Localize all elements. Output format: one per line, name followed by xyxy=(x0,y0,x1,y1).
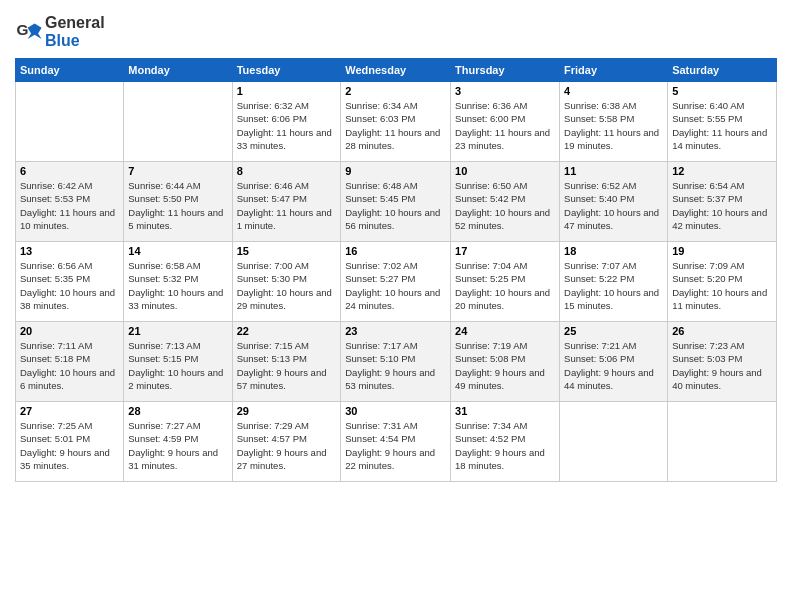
day-info: Sunrise: 7:23 AM Sunset: 5:03 PM Dayligh… xyxy=(672,339,772,392)
calendar-cell: 4Sunrise: 6:38 AM Sunset: 5:58 PM Daylig… xyxy=(560,82,668,162)
calendar-cell xyxy=(668,402,777,482)
calendar-table: SundayMondayTuesdayWednesdayThursdayFrid… xyxy=(15,58,777,482)
day-header-saturday: Saturday xyxy=(668,59,777,82)
calendar-cell: 5Sunrise: 6:40 AM Sunset: 5:55 PM Daylig… xyxy=(668,82,777,162)
calendar-cell: 10Sunrise: 6:50 AM Sunset: 5:42 PM Dayli… xyxy=(451,162,560,242)
day-number: 17 xyxy=(455,245,555,257)
week-row-2: 6Sunrise: 6:42 AM Sunset: 5:53 PM Daylig… xyxy=(16,162,777,242)
day-header-tuesday: Tuesday xyxy=(232,59,341,82)
logo: G General Blue xyxy=(15,14,105,50)
day-number: 12 xyxy=(672,165,772,177)
calendar-cell: 22Sunrise: 7:15 AM Sunset: 5:13 PM Dayli… xyxy=(232,322,341,402)
week-row-3: 13Sunrise: 6:56 AM Sunset: 5:35 PM Dayli… xyxy=(16,242,777,322)
calendar-cell: 14Sunrise: 6:58 AM Sunset: 5:32 PM Dayli… xyxy=(124,242,232,322)
week-row-5: 27Sunrise: 7:25 AM Sunset: 5:01 PM Dayli… xyxy=(16,402,777,482)
day-info: Sunrise: 7:07 AM Sunset: 5:22 PM Dayligh… xyxy=(564,259,663,312)
logo-icon: G xyxy=(15,18,43,46)
day-info: Sunrise: 6:48 AM Sunset: 5:45 PM Dayligh… xyxy=(345,179,446,232)
day-info: Sunrise: 7:09 AM Sunset: 5:20 PM Dayligh… xyxy=(672,259,772,312)
day-info: Sunrise: 7:15 AM Sunset: 5:13 PM Dayligh… xyxy=(237,339,337,392)
day-info: Sunrise: 6:44 AM Sunset: 5:50 PM Dayligh… xyxy=(128,179,227,232)
day-info: Sunrise: 6:36 AM Sunset: 6:00 PM Dayligh… xyxy=(455,99,555,152)
calendar-container: G General Blue SundayMondayTuesdayWednes… xyxy=(0,0,792,492)
day-info: Sunrise: 7:13 AM Sunset: 5:15 PM Dayligh… xyxy=(128,339,227,392)
calendar-cell xyxy=(560,402,668,482)
calendar-cell: 20Sunrise: 7:11 AM Sunset: 5:18 PM Dayli… xyxy=(16,322,124,402)
day-info: Sunrise: 6:46 AM Sunset: 5:47 PM Dayligh… xyxy=(237,179,337,232)
day-number: 21 xyxy=(128,325,227,337)
day-number: 25 xyxy=(564,325,663,337)
day-info: Sunrise: 6:32 AM Sunset: 6:06 PM Dayligh… xyxy=(237,99,337,152)
day-number: 15 xyxy=(237,245,337,257)
calendar-body: 1Sunrise: 6:32 AM Sunset: 6:06 PM Daylig… xyxy=(16,82,777,482)
day-number: 9 xyxy=(345,165,446,177)
day-header-sunday: Sunday xyxy=(16,59,124,82)
day-number: 26 xyxy=(672,325,772,337)
calendar-cell xyxy=(16,82,124,162)
calendar-cell: 24Sunrise: 7:19 AM Sunset: 5:08 PM Dayli… xyxy=(451,322,560,402)
day-number: 28 xyxy=(128,405,227,417)
calendar-cell: 8Sunrise: 6:46 AM Sunset: 5:47 PM Daylig… xyxy=(232,162,341,242)
day-number: 13 xyxy=(20,245,119,257)
calendar-cell: 11Sunrise: 6:52 AM Sunset: 5:40 PM Dayli… xyxy=(560,162,668,242)
day-header-friday: Friday xyxy=(560,59,668,82)
day-number: 19 xyxy=(672,245,772,257)
day-number: 23 xyxy=(345,325,446,337)
day-header-thursday: Thursday xyxy=(451,59,560,82)
day-info: Sunrise: 6:34 AM Sunset: 6:03 PM Dayligh… xyxy=(345,99,446,152)
calendar-header: G General Blue xyxy=(15,10,777,50)
calendar-cell: 6Sunrise: 6:42 AM Sunset: 5:53 PM Daylig… xyxy=(16,162,124,242)
day-number: 10 xyxy=(455,165,555,177)
calendar-cell: 30Sunrise: 7:31 AM Sunset: 4:54 PM Dayli… xyxy=(341,402,451,482)
day-info: Sunrise: 7:34 AM Sunset: 4:52 PM Dayligh… xyxy=(455,419,555,472)
day-info: Sunrise: 7:17 AM Sunset: 5:10 PM Dayligh… xyxy=(345,339,446,392)
day-info: Sunrise: 7:31 AM Sunset: 4:54 PM Dayligh… xyxy=(345,419,446,472)
day-info: Sunrise: 7:02 AM Sunset: 5:27 PM Dayligh… xyxy=(345,259,446,312)
day-info: Sunrise: 7:21 AM Sunset: 5:06 PM Dayligh… xyxy=(564,339,663,392)
calendar-cell: 25Sunrise: 7:21 AM Sunset: 5:06 PM Dayli… xyxy=(560,322,668,402)
calendar-cell: 31Sunrise: 7:34 AM Sunset: 4:52 PM Dayli… xyxy=(451,402,560,482)
calendar-cell: 2Sunrise: 6:34 AM Sunset: 6:03 PM Daylig… xyxy=(341,82,451,162)
day-info: Sunrise: 7:04 AM Sunset: 5:25 PM Dayligh… xyxy=(455,259,555,312)
day-header-wednesday: Wednesday xyxy=(341,59,451,82)
day-number: 16 xyxy=(345,245,446,257)
day-number: 22 xyxy=(237,325,337,337)
day-number: 1 xyxy=(237,85,337,97)
calendar-cell: 27Sunrise: 7:25 AM Sunset: 5:01 PM Dayli… xyxy=(16,402,124,482)
calendar-cell: 23Sunrise: 7:17 AM Sunset: 5:10 PM Dayli… xyxy=(341,322,451,402)
day-number: 29 xyxy=(237,405,337,417)
day-info: Sunrise: 7:27 AM Sunset: 4:59 PM Dayligh… xyxy=(128,419,227,472)
day-info: Sunrise: 7:29 AM Sunset: 4:57 PM Dayligh… xyxy=(237,419,337,472)
calendar-cell: 16Sunrise: 7:02 AM Sunset: 5:27 PM Dayli… xyxy=(341,242,451,322)
day-info: Sunrise: 6:58 AM Sunset: 5:32 PM Dayligh… xyxy=(128,259,227,312)
svg-marker-1 xyxy=(28,24,42,39)
calendar-header-row: SundayMondayTuesdayWednesdayThursdayFrid… xyxy=(16,59,777,82)
day-header-monday: Monday xyxy=(124,59,232,82)
day-number: 6 xyxy=(20,165,119,177)
day-info: Sunrise: 7:11 AM Sunset: 5:18 PM Dayligh… xyxy=(20,339,119,392)
day-info: Sunrise: 6:40 AM Sunset: 5:55 PM Dayligh… xyxy=(672,99,772,152)
day-info: Sunrise: 6:54 AM Sunset: 5:37 PM Dayligh… xyxy=(672,179,772,232)
day-number: 14 xyxy=(128,245,227,257)
day-info: Sunrise: 6:56 AM Sunset: 5:35 PM Dayligh… xyxy=(20,259,119,312)
day-info: Sunrise: 7:19 AM Sunset: 5:08 PM Dayligh… xyxy=(455,339,555,392)
day-number: 7 xyxy=(128,165,227,177)
day-info: Sunrise: 7:00 AM Sunset: 5:30 PM Dayligh… xyxy=(237,259,337,312)
calendar-cell: 15Sunrise: 7:00 AM Sunset: 5:30 PM Dayli… xyxy=(232,242,341,322)
day-info: Sunrise: 6:50 AM Sunset: 5:42 PM Dayligh… xyxy=(455,179,555,232)
week-row-4: 20Sunrise: 7:11 AM Sunset: 5:18 PM Dayli… xyxy=(16,322,777,402)
calendar-cell: 26Sunrise: 7:23 AM Sunset: 5:03 PM Dayli… xyxy=(668,322,777,402)
day-number: 31 xyxy=(455,405,555,417)
calendar-cell: 3Sunrise: 6:36 AM Sunset: 6:00 PM Daylig… xyxy=(451,82,560,162)
calendar-cell: 13Sunrise: 6:56 AM Sunset: 5:35 PM Dayli… xyxy=(16,242,124,322)
day-info: Sunrise: 6:38 AM Sunset: 5:58 PM Dayligh… xyxy=(564,99,663,152)
week-row-1: 1Sunrise: 6:32 AM Sunset: 6:06 PM Daylig… xyxy=(16,82,777,162)
day-info: Sunrise: 6:52 AM Sunset: 5:40 PM Dayligh… xyxy=(564,179,663,232)
day-number: 18 xyxy=(564,245,663,257)
day-number: 4 xyxy=(564,85,663,97)
svg-text:G: G xyxy=(16,21,28,38)
calendar-cell: 28Sunrise: 7:27 AM Sunset: 4:59 PM Dayli… xyxy=(124,402,232,482)
day-number: 20 xyxy=(20,325,119,337)
calendar-cell: 7Sunrise: 6:44 AM Sunset: 5:50 PM Daylig… xyxy=(124,162,232,242)
day-number: 5 xyxy=(672,85,772,97)
